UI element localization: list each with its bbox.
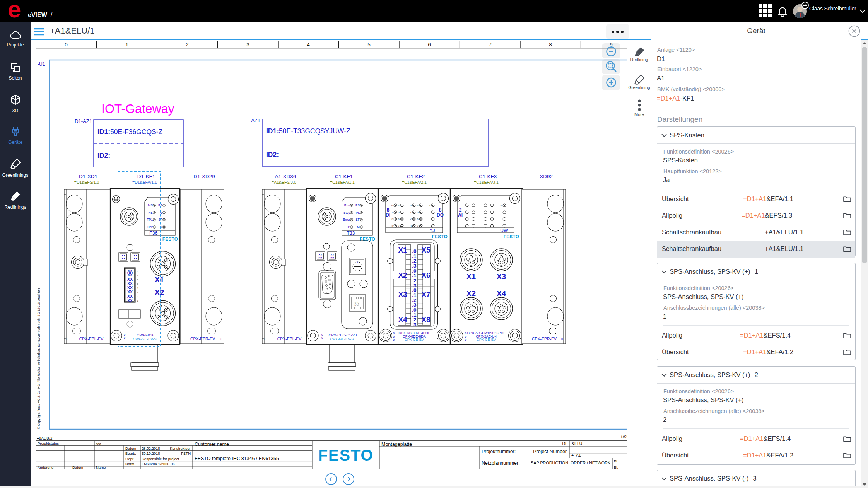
svg-text:F36: F36 bbox=[149, 230, 158, 236]
svg-text:0: 0 bbox=[561, 338, 563, 340]
svg-text:NS: NS bbox=[148, 211, 153, 215]
svg-text:2: 2 bbox=[410, 218, 412, 220]
svg-text:M: M bbox=[357, 225, 360, 229]
svg-text:PL: PL bbox=[356, 211, 360, 215]
svg-text:0: 0 bbox=[220, 338, 221, 340]
svg-text:X7: X7 bbox=[421, 290, 430, 299]
svg-text:=C1&EFA/3.1: =C1&EFA/3.1 bbox=[474, 180, 499, 184]
svg-text:+A2: +A2 bbox=[620, 435, 627, 439]
svg-text:2: 2 bbox=[186, 42, 189, 48]
svg-text:5: 5 bbox=[367, 42, 371, 48]
svg-text:1: 1 bbox=[391, 211, 393, 214]
svg-text:0: 0 bbox=[465, 338, 466, 341]
svg-text:Bl.: Bl. bbox=[614, 465, 618, 469]
svg-text:6: 6 bbox=[428, 42, 431, 48]
svg-text:=D1&EFA/1.1: =D1&EFA/1.1 bbox=[132, 180, 157, 184]
svg-text:0: 0 bbox=[65, 42, 68, 48]
svg-text:TP: TP bbox=[346, 225, 350, 229]
svg-text:X2: X2 bbox=[155, 288, 164, 297]
svg-text:FESTO: FESTO bbox=[318, 446, 373, 464]
svg-text:CPX-EPR-EV: CPX-EPR-EV bbox=[532, 336, 557, 341]
svg-text:8: 8 bbox=[387, 207, 390, 213]
svg-text:30.10.2018: 30.10.2018 bbox=[142, 451, 160, 456]
svg-text:ID2:: ID2: bbox=[266, 151, 279, 159]
svg-text:6: 6 bbox=[417, 218, 419, 220]
svg-text:8-pol: 8-pol bbox=[357, 302, 359, 306]
svg-text:=C1&EFA/2.1: =C1&EFA/2.1 bbox=[402, 180, 427, 184]
svg-text:=A1-XD36: =A1-XD36 bbox=[272, 174, 296, 179]
svg-text:SF: SF bbox=[355, 218, 360, 222]
svg-text:ID1:50E-F36GCQS-Z: ID1:50E-F36GCQS-Z bbox=[97, 128, 163, 136]
svg-text:Project Number: Project Number bbox=[533, 449, 567, 454]
svg-text:0: 0 bbox=[66, 338, 67, 340]
svg-text:5: 5 bbox=[398, 211, 400, 214]
svg-text:=D1-AZ1: =D1-AZ1 bbox=[72, 118, 92, 124]
svg-text:0: 0 bbox=[124, 336, 125, 340]
svg-text:8: 8 bbox=[549, 42, 552, 48]
svg-text:RJ45: RJ45 bbox=[354, 302, 357, 307]
svg-text:YJ: YJ bbox=[429, 228, 435, 233]
svg-text:X3: X3 bbox=[398, 290, 407, 299]
svg-text:3: 3 bbox=[391, 225, 393, 227]
svg-text:Error: Error bbox=[343, 218, 350, 222]
svg-text:© Copyright Festo AG & Co. KG,: © Copyright Festo AG & Co. KG, Alle Rech… bbox=[37, 288, 41, 429]
svg-text:Bl.: Bl. bbox=[614, 459, 618, 463]
svg-text:FESTO: FESTO bbox=[504, 234, 519, 239]
svg-text:0: 0 bbox=[393, 338, 395, 341]
svg-text:CPX-GE-EV-S: CPX-GE-EV-S bbox=[133, 337, 156, 341]
svg-text:=C1-KF3: =C1-KF3 bbox=[476, 174, 497, 179]
svg-text:0: 0 bbox=[410, 204, 412, 207]
svg-text:XX: XX bbox=[127, 298, 133, 303]
svg-text:0: 0 bbox=[321, 336, 323, 340]
svg-text:TP2: TP2 bbox=[147, 225, 153, 229]
svg-text:7: 7 bbox=[398, 225, 400, 227]
svg-text:EN60204-1/2006-06: EN60204-1/2006-06 bbox=[142, 462, 175, 466]
svg-text:=D1-XD1: =D1-XD1 bbox=[76, 174, 97, 179]
svg-text:CPX-GE-EV-S: CPX-GE-EV-S bbox=[330, 337, 354, 341]
svg-text:=C1-KF1: =C1-KF1 bbox=[332, 174, 353, 179]
svg-text:X4: X4 bbox=[497, 289, 506, 298]
svg-text:6: 6 bbox=[398, 218, 400, 220]
svg-text:.3: .3 bbox=[412, 322, 417, 328]
svg-text:Customer name: Customer name bbox=[195, 442, 229, 447]
svg-text:5: 5 bbox=[417, 211, 419, 214]
svg-text:X6: X6 bbox=[421, 271, 430, 279]
svg-text:X2: X2 bbox=[398, 271, 407, 279]
svg-text:4: 4 bbox=[307, 42, 310, 48]
svg-text:CPX-GE-EV: CPX-GE-EV bbox=[405, 338, 424, 341]
svg-text:3: 3 bbox=[410, 225, 412, 227]
svg-text:SAP PRODUCTION_ORDER / NETWORK: SAP PRODUCTION_ORDER / NETWORK bbox=[531, 461, 611, 465]
svg-text:=C1-KF2: =C1-KF2 bbox=[404, 174, 425, 179]
svg-text:4: 4 bbox=[417, 204, 419, 207]
svg-text:X3: X3 bbox=[497, 272, 506, 281]
svg-text:DE: DE bbox=[562, 441, 568, 446]
svg-text:PS: PS bbox=[355, 203, 360, 207]
svg-text:ID1:50E-T33GCQSYJUW-Z: ID1:50E-T33GCQSYJUW-Z bbox=[266, 127, 350, 135]
svg-text:8: 8 bbox=[439, 207, 442, 213]
svg-text:CPX-EPL-EV: CPX-EPL-EV bbox=[79, 336, 103, 341]
svg-text:Konstrukteur: Konstrukteur bbox=[170, 446, 191, 450]
svg-text:-U1: -U1 bbox=[38, 61, 45, 67]
svg-text:X1: X1 bbox=[155, 275, 164, 284]
svg-text:Netzplannummer:: Netzplannummer: bbox=[482, 461, 520, 466]
svg-text:+ A1: + A1 bbox=[571, 453, 581, 457]
svg-text:FESTO template IEC 81346 / EN6: FESTO template IEC 81346 / EN61355 bbox=[195, 456, 279, 461]
svg-text:2: 2 bbox=[459, 207, 462, 213]
svg-text:0: 0 bbox=[357, 260, 358, 263]
svg-text:=D1-XD29: =D1-XD29 bbox=[190, 174, 215, 179]
svg-text:1: 1 bbox=[125, 42, 128, 48]
svg-text:TP1: TP1 bbox=[147, 218, 153, 222]
svg-text:X2: X2 bbox=[466, 289, 476, 298]
svg-text:FSTN: FSTN bbox=[181, 451, 191, 456]
svg-text:=: = bbox=[571, 447, 574, 452]
svg-text:1: 1 bbox=[410, 211, 412, 214]
svg-text:FESTO: FESTO bbox=[162, 237, 178, 241]
svg-text:=A1&EFS/3.0: =A1&EFS/3.0 bbox=[272, 180, 296, 184]
svg-text:4: 4 bbox=[398, 204, 400, 207]
svg-text:+8ADB/2: +8ADB/2 bbox=[37, 436, 53, 440]
svg-text:=D1-KF1: =D1-KF1 bbox=[134, 174, 155, 179]
svg-text:CPX-EPL-EV: CPX-EPL-EV bbox=[277, 336, 301, 341]
svg-text:X1: X1 bbox=[466, 272, 476, 281]
svg-text:Responsible for project: Responsible for project bbox=[142, 457, 179, 461]
svg-text:Stop: Stop bbox=[343, 211, 350, 215]
